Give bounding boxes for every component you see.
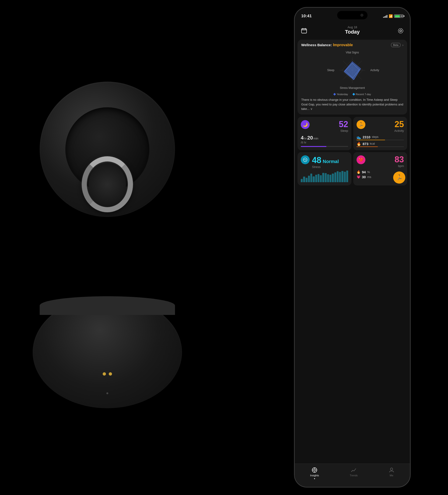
stress-icon xyxy=(301,155,310,164)
kcal-progress-bar xyxy=(357,147,404,147)
heart-rate-card[interactable]: ❤️ 83 bpm 🔥 94 % 💗 xyxy=(353,152,407,185)
stress-bar-3 xyxy=(306,178,308,182)
wellness-status: Improvable xyxy=(333,43,353,47)
legend-recent-label: Recent 7-day xyxy=(356,93,371,96)
content: Aug 18 Today Wellness Balance: Improva xyxy=(295,22,410,464)
connector-dots xyxy=(103,372,112,376)
legend-yesterday: Yesterday xyxy=(334,93,348,96)
nav-me[interactable]: Me xyxy=(389,467,394,477)
radar-svg xyxy=(337,55,367,85)
nav-insights[interactable]: Insights xyxy=(310,467,319,479)
sleep-goal: /8 hr xyxy=(301,141,348,144)
svg-point-4 xyxy=(398,28,403,33)
wellness-card[interactable]: Wellness Balance: Improvable Beta › Vita… xyxy=(297,40,407,114)
hrv-icon: 💗 xyxy=(357,175,361,179)
legend-yesterday-diamond xyxy=(333,93,336,96)
camera-dot xyxy=(361,14,363,16)
wellness-title-row: Wellness Balance: Improvable Beta › xyxy=(301,43,404,47)
stress-card[interactable]: 48 Normal Stress xyxy=(297,152,351,185)
activity-card[interactable]: 🏃 25 Activity 👟 2310 steps xyxy=(353,117,407,150)
connector-dot-1 xyxy=(103,372,106,376)
activity-icon: 🏃 xyxy=(357,120,365,129)
hrv-value: 30 xyxy=(362,175,366,179)
insights-active-dot xyxy=(314,478,315,479)
ring-wrapper xyxy=(77,156,138,226)
stress-bar-12 xyxy=(327,174,329,182)
sleep-min-unit: min xyxy=(313,137,318,140)
recovery-unit: % xyxy=(367,170,370,174)
kcal-value: 873 xyxy=(363,142,368,146)
sleep-score-wrap: 52 Sleep xyxy=(312,120,348,133)
signal-bar-4 xyxy=(387,15,387,18)
legend-yesterday-label: Yesterday xyxy=(337,93,348,96)
refresh-button[interactable] xyxy=(396,27,405,35)
nav-trends[interactable]: Trends xyxy=(350,467,358,477)
stress-bar-6 xyxy=(313,176,315,182)
heart-score-wrap: 83 bpm xyxy=(368,155,404,168)
me-label: Me xyxy=(390,474,393,477)
battery-icon: 69 xyxy=(394,14,404,18)
radar-label-sleep: Sleep xyxy=(320,69,334,72)
wellness-title-text: Wellness Balance: Improvable xyxy=(301,43,353,47)
wellness-expand-icon[interactable]: ∨ xyxy=(310,107,313,110)
stress-bar-18 xyxy=(341,171,343,182)
signal-bar-3 xyxy=(385,16,386,18)
stress-bar-17 xyxy=(339,172,341,182)
signal-bars-icon xyxy=(383,14,387,18)
stress-bar-19 xyxy=(344,172,346,182)
sleep-card-header: 🌙 52 Sleep xyxy=(301,120,348,133)
stress-bar-16 xyxy=(337,171,338,182)
sleep-detail: 4 hr 20 min /8 hr xyxy=(301,135,348,147)
heart-score: 83 xyxy=(368,155,404,164)
calendar-button[interactable] xyxy=(300,27,308,35)
sleep-progress-fill xyxy=(301,146,326,147)
sleep-score: 52 xyxy=(312,120,348,128)
stress-card-header: 48 Normal Stress xyxy=(301,155,348,169)
radar-label-vital-signs: Vital Signs xyxy=(346,51,359,54)
heart-unit-label: bpm xyxy=(368,164,404,168)
radar-chart: Vital Signs Sleep xyxy=(301,49,404,91)
stress-bar-20 xyxy=(346,170,348,182)
activity-float-button[interactable]: 🏃 xyxy=(393,171,405,184)
stress-bar-7 xyxy=(315,175,317,182)
stress-bar-1 xyxy=(301,179,303,182)
status-icons: 📶 69 xyxy=(383,14,404,18)
header: Aug 18 Today xyxy=(295,22,410,39)
activity-detail: 👟 2310 steps 🔥 873 kcal xyxy=(357,135,404,147)
stress-status: Normal xyxy=(323,159,339,164)
sleep-card[interactable]: 🌙 52 Sleep 4 hr 20 min /8 hr xyxy=(297,117,351,150)
activity-card-header: 🏃 25 Activity xyxy=(357,120,404,133)
activity-score: 25 xyxy=(368,120,404,128)
header-date-title: Aug 18 Today xyxy=(345,26,360,36)
metrics-grid: 🌙 52 Sleep 4 hr 20 min /8 hr xyxy=(297,117,407,185)
steps-row: 👟 2310 steps xyxy=(357,135,404,139)
wellness-description: There is no obvious change in your condi… xyxy=(301,97,404,111)
signal-bar-2 xyxy=(384,16,385,18)
sleep-hr-unit: hr xyxy=(304,137,307,140)
stress-label: Stress xyxy=(312,165,348,169)
stress-bar-13 xyxy=(329,175,331,182)
svg-point-5 xyxy=(400,30,402,32)
stress-bar-10 xyxy=(322,173,324,182)
device xyxy=(28,82,187,408)
recovery-value: 94 xyxy=(362,170,366,174)
wellness-desc-text: There is no obvious change in your condi… xyxy=(301,98,403,110)
stress-bar-15 xyxy=(334,172,336,182)
case-base-top xyxy=(40,296,175,315)
battery-tip xyxy=(404,15,404,17)
sleep-minutes: 20 xyxy=(307,135,313,141)
steps-progress-bar xyxy=(357,140,404,140)
sleep-icon: 🌙 xyxy=(301,120,310,129)
beta-badge: Beta xyxy=(391,43,401,47)
activity-score-wrap: 25 Activity xyxy=(368,120,404,133)
kcal-row: 🔥 873 kcal xyxy=(357,142,404,146)
stress-score-area: 48 Normal Stress xyxy=(312,155,348,169)
steps-value: 2310 xyxy=(363,135,370,139)
sleep-progress-bar xyxy=(301,146,348,147)
heart-card-header: ❤️ 83 bpm xyxy=(357,155,404,168)
battery-fill xyxy=(395,15,400,17)
bottom-nav: Insights Trends Me xyxy=(295,464,410,487)
fire-icon: 🔥 xyxy=(357,142,361,146)
trends-label: Trends xyxy=(350,474,358,477)
dynamic-island xyxy=(337,11,367,19)
